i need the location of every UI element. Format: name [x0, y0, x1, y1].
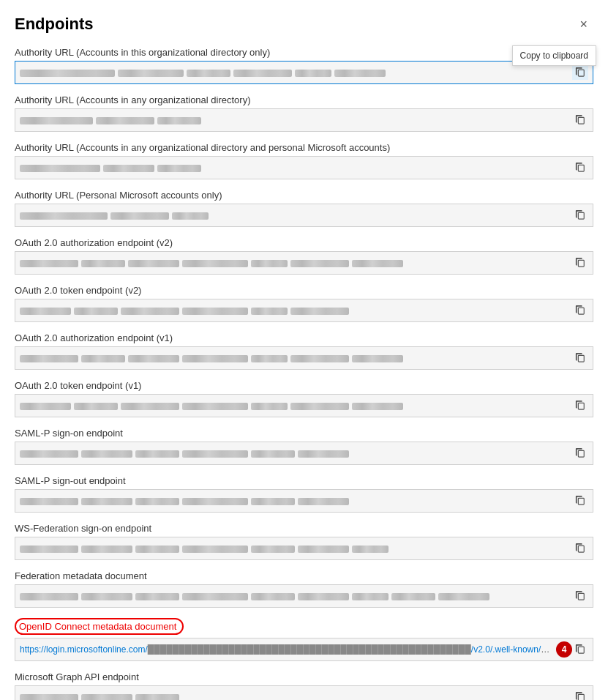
- endpoint-section: OAuth 2.0 authorization endpoint (v1): [15, 332, 593, 370]
- endpoint-input-row: [15, 204, 593, 227]
- endpoint-input-row: [15, 251, 593, 275]
- copy-icon: [575, 495, 585, 505]
- copy-button[interactable]: [572, 113, 588, 127]
- endpoint-value: [20, 692, 572, 700]
- svg-rect-0: [578, 70, 584, 76]
- copy-button[interactable]: [572, 208, 588, 223]
- endpoint-input-row: [15, 685, 593, 700]
- endpoint-label: Authority URL (Accounts in this organiza…: [15, 47, 593, 58]
- endpoint-value: [20, 115, 572, 125]
- endpoint-section: Authority URL (Accounts in any organizat…: [15, 142, 593, 179]
- close-button[interactable]: ×: [574, 15, 593, 34]
- svg-rect-1: [578, 117, 584, 124]
- endpoint-label: OAuth 2.0 authorization endpoint (v2): [15, 237, 593, 248]
- copy-button[interactable]: [572, 65, 588, 80]
- endpoint-section: OAuth 2.0 token endpoint (v2): [15, 285, 593, 322]
- endpoint-value: [20, 448, 572, 458]
- endpoint-value: https://login.microsoftonline.com/██████…: [20, 644, 553, 655]
- copy-icon: [575, 590, 585, 600]
- copy-button[interactable]: [572, 642, 588, 657]
- endpoint-input-row: [15, 537, 593, 560]
- endpoint-value: [20, 496, 572, 506]
- endpoint-input-row: [15, 584, 593, 608]
- endpoint-label: Authority URL (Personal Microsoft accoun…: [15, 190, 593, 201]
- endpoint-label: OAuth 2.0 authorization endpoint (v1): [15, 332, 593, 343]
- endpoint-value: [20, 401, 572, 411]
- endpoints-list: Authority URL (Accounts in this organiza…: [15, 47, 593, 700]
- openid-url-text: https://login.microsoftonline.com/██████…: [20, 644, 553, 655]
- copy-icon: [575, 644, 585, 654]
- endpoints-panel: Endpoints × Copy to clipboard Authority …: [0, 0, 608, 700]
- endpoint-section: SAML-P sign-out endpoint: [15, 475, 593, 513]
- endpoint-value: [20, 543, 572, 554]
- copy-button[interactable]: [572, 398, 588, 413]
- endpoint-input-row: [15, 442, 593, 465]
- endpoint-label: Federation metadata document: [15, 570, 593, 581]
- svg-rect-13: [578, 694, 584, 700]
- copy-icon: [575, 400, 585, 410]
- panel-header: Endpoints ×: [15, 15, 593, 34]
- highlighted-label: OpenID Connect metadata document: [15, 618, 184, 635]
- copy-icon: [575, 305, 585, 315]
- svg-rect-10: [578, 546, 584, 552]
- copy-icon: [575, 67, 585, 77]
- copy-icon: [575, 162, 585, 172]
- endpoint-section: Microsoft Graph API endpoint: [15, 671, 593, 700]
- svg-rect-3: [578, 212, 584, 219]
- endpoint-label: OAuth 2.0 token endpoint (v1): [15, 380, 593, 391]
- svg-rect-7: [578, 403, 584, 409]
- endpoint-value: [20, 210, 572, 220]
- copy-icon: [575, 352, 585, 362]
- step-badge: 4: [556, 641, 572, 658]
- svg-rect-8: [578, 450, 584, 457]
- svg-rect-5: [578, 308, 584, 314]
- endpoint-value: [20, 163, 572, 173]
- endpoint-section: OAuth 2.0 authorization endpoint (v2): [15, 237, 593, 275]
- endpoint-input-row: https://login.microsoftonline.com/██████…: [15, 638, 593, 661]
- copy-tooltip: Copy to clipboard: [512, 45, 596, 66]
- endpoint-label: Microsoft Graph API endpoint: [15, 671, 593, 682]
- endpoint-input-row: [15, 394, 593, 417]
- copy-button[interactable]: [572, 494, 588, 508]
- endpoint-input-row: [15, 346, 593, 370]
- copy-button[interactable]: [572, 160, 588, 175]
- endpoint-input-row: [15, 61, 593, 84]
- copy-icon: [575, 691, 585, 700]
- endpoint-input-row: [15, 156, 593, 179]
- endpoint-input-row: [15, 299, 593, 322]
- copy-button[interactable]: [572, 541, 588, 556]
- endpoint-section: Authority URL (Personal Microsoft accoun…: [15, 190, 593, 227]
- endpoint-label: SAML-P sign-out endpoint: [15, 475, 593, 486]
- endpoint-section: Authority URL (Accounts in this organiza…: [15, 47, 593, 84]
- endpoint-label: SAML-P sign-on endpoint: [15, 428, 593, 439]
- svg-rect-11: [578, 593, 584, 600]
- endpoint-label: Authority URL (Accounts in any organizat…: [15, 94, 593, 105]
- copy-button[interactable]: [572, 446, 588, 461]
- copy-button[interactable]: [572, 303, 588, 318]
- endpoint-input-row: [15, 489, 593, 513]
- svg-rect-12: [578, 647, 584, 653]
- copy-button[interactable]: [572, 690, 588, 700]
- endpoint-value: [20, 591, 572, 601]
- endpoint-section: Federation metadata document: [15, 570, 593, 608]
- copy-icon: [575, 114, 585, 124]
- copy-icon: [575, 209, 585, 220]
- svg-rect-6: [578, 355, 584, 362]
- endpoint-section: OpenID Connect metadata documenthttps://…: [15, 618, 593, 661]
- svg-rect-2: [578, 165, 584, 171]
- endpoint-label: OpenID Connect metadata document: [15, 618, 593, 635]
- endpoint-value: [20, 258, 572, 268]
- endpoint-input-row: [15, 108, 593, 132]
- endpoint-value: [20, 353, 572, 363]
- svg-rect-9: [578, 498, 584, 504]
- svg-rect-4: [578, 260, 584, 267]
- copy-button[interactable]: [572, 589, 588, 603]
- endpoint-section: SAML-P sign-on endpoint: [15, 428, 593, 465]
- copy-button[interactable]: [572, 351, 588, 365]
- endpoint-label: OAuth 2.0 token endpoint (v2): [15, 285, 593, 296]
- copy-icon: [575, 257, 585, 267]
- panel-title: Endpoints: [15, 15, 94, 34]
- endpoint-label: Authority URL (Accounts in any organizat…: [15, 142, 593, 153]
- endpoint-value: [20, 305, 572, 316]
- copy-button[interactable]: [572, 256, 588, 270]
